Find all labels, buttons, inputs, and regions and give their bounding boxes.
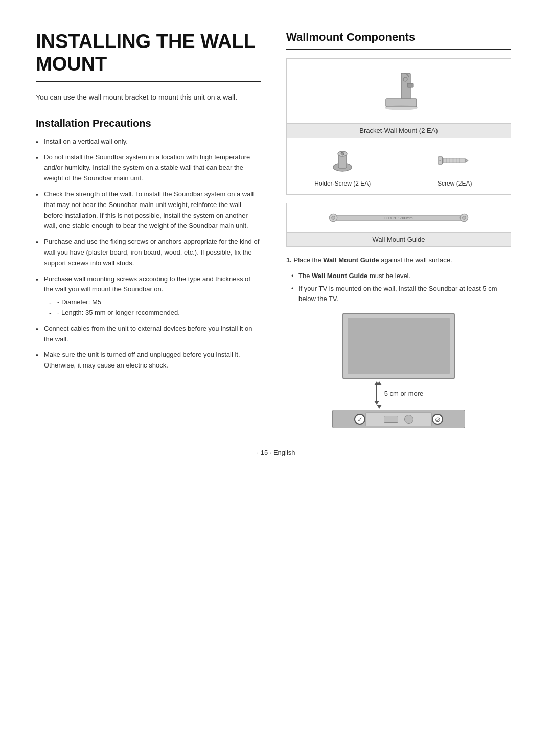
step1-suffix: against the wall surface. (379, 256, 452, 264)
screw-cell: Screw (2EA) (399, 138, 511, 194)
svg-point-8 (341, 152, 344, 155)
list-item: Connect cables from the unit to external… (36, 324, 261, 345)
component-bottom-row: Holder-Screw (2 EA) (287, 138, 511, 194)
holder-cell: Holder-Screw (2 EA) (287, 138, 399, 194)
right-column: Wallmount Components Bracket- (286, 31, 511, 428)
tv-diagram: 5 cm or more ✓ ⊘ (286, 313, 511, 428)
step1-prefix: Place the (293, 256, 323, 264)
sub-list-item: - Length: 35 mm or longer recommended. (49, 308, 261, 318)
footer-text: · 15 · English (257, 449, 295, 456)
wallmount-title: Wallmount Components (286, 31, 511, 50)
arrow-down-icon (374, 401, 379, 405)
screw-icon (437, 150, 473, 171)
distance-label: 5 cm or more (384, 390, 424, 397)
step1-text: 1. Place the Wall Mount Guide against th… (286, 255, 511, 266)
sub-list-item: - Diameter: M5 (49, 297, 261, 308)
tv-screen-inner (348, 318, 450, 374)
svg-text:CTYPE: 700mm: CTYPE: 700mm (384, 216, 412, 220)
screw-image (437, 145, 473, 176)
wall-guide-image-row: CTYPE: 700mm (287, 203, 511, 233)
arrow-up-icon (374, 381, 379, 385)
bracket-label: Bracket-Wall Mount (2 EA) (287, 124, 511, 138)
page-layout: INSTALLING THE WALL MOUNT You can use th… (36, 31, 516, 428)
svg-point-3 (385, 105, 418, 110)
sub-list: - Diameter: M5 - Length: 35 mm or longer… (44, 297, 261, 318)
list-item: Make sure the unit is turned off and unp… (36, 350, 261, 371)
tv-screen (342, 313, 455, 379)
step1-bullet-1: The Wall Mount Guide must be level. (291, 271, 511, 282)
step1-bullets: The Wall Mount Guide must be level. If y… (286, 271, 511, 305)
no-circle-icon: ⊘ (432, 414, 443, 425)
step1-bullet-2: If your TV is mounted on the wall, insta… (291, 284, 511, 305)
soundbar-rect (384, 416, 398, 423)
distance-indicator: 5 cm or more (374, 381, 424, 405)
intro-text: You can use the wall mount bracket to mo… (36, 91, 261, 103)
check-circle-icon: ✓ (354, 414, 365, 425)
svg-point-23 (463, 216, 466, 220)
list-item: Check the strength of the wall. To insta… (36, 189, 261, 232)
list-item: Do not install the Soundbar system in a … (36, 152, 261, 184)
holder-label: Holder-Screw (2 EA) (314, 180, 371, 187)
soundbar-guide-box: ✓ ⊘ (332, 410, 465, 428)
left-column: INSTALLING THE WALL MOUNT You can use th… (36, 31, 261, 428)
wall-guide-strip: CTYPE: 700mm Wall Mount Guide (286, 203, 511, 247)
list-item: Purchase wall mounting screws according … (36, 274, 261, 318)
list-item: Purchase and use the fixing screws or an… (36, 237, 261, 268)
wall-guide-icon: CTYPE: 700mm (325, 209, 473, 227)
screw-label: Screw (2EA) (438, 180, 472, 187)
holder-image (325, 145, 360, 176)
arrow-line (376, 385, 377, 401)
wall-guide-label: Wall Mount Guide (287, 233, 511, 246)
bracket-image-row (287, 59, 511, 124)
svg-point-21 (332, 216, 335, 220)
svg-marker-16 (465, 159, 468, 162)
svg-rect-2 (407, 83, 413, 87)
holder-icon (327, 147, 358, 175)
bracket-icon (371, 68, 427, 114)
precautions-list: Install on a vertical wall only. Do not … (36, 136, 261, 371)
list-item: Install on a vertical wall only. (36, 136, 261, 147)
soundbar-inner-box (365, 412, 432, 426)
arrow-vertical (374, 381, 379, 405)
page-footer: · 15 · English (36, 449, 516, 456)
page-title: INSTALLING THE WALL MOUNT (36, 31, 261, 82)
step1-bold1: Wall Mount Guide (323, 256, 379, 264)
soundbar-circle (404, 415, 413, 424)
components-area: Bracket-Wall Mount (2 EA) Holder-Screw (… (286, 58, 511, 195)
precautions-title: Installation Precautions (36, 118, 261, 129)
